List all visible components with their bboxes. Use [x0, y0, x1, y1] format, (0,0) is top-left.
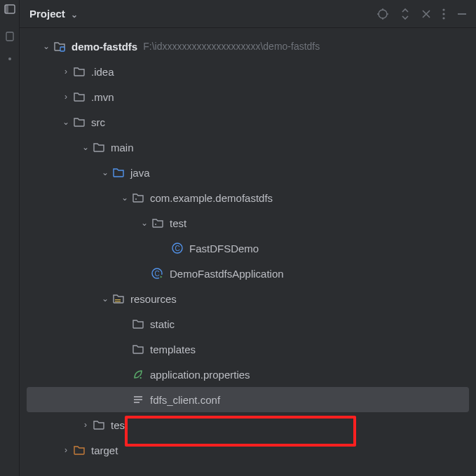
tree-node-class-app[interactable]: · C DemoFastdfsApplication	[20, 261, 476, 286]
node-label: com.example.demofastdfs	[150, 192, 273, 204]
tree-node-main[interactable]: ⌄ main	[20, 135, 476, 160]
minimize-icon[interactable]	[456, 8, 468, 20]
more-icon[interactable]	[442, 8, 445, 20]
node-label: templates	[150, 344, 196, 355]
tree-node-src[interactable]: ⌄ src	[20, 109, 476, 135]
module-folder-icon	[53, 41, 66, 52]
node-label: .idea	[91, 66, 114, 78]
class-runnable-icon: C	[151, 268, 164, 279]
svg-rect-23	[115, 299, 121, 300]
tree-node-resources[interactable]: ⌄ resources	[20, 286, 476, 311]
svg-point-16	[155, 224, 156, 225]
tree-node-test-dir[interactable]: › test	[20, 412, 476, 437]
tree-node-package[interactable]: ⌄ com.example.demofastdfs	[20, 185, 476, 210]
svg-point-3	[379, 10, 387, 18]
tree-node-fdfs-conf[interactable]: · fdfs_client.conf	[27, 387, 469, 412]
folder-icon	[93, 142, 105, 153]
node-label: fdfs_client.conf	[150, 394, 220, 406]
chevron-right-icon[interactable]: ›	[79, 420, 93, 430]
project-panel: Project ⌄ ⌄ demo-fastdfs F:\idxxxxxxxxxx…	[20, 0, 476, 476]
chevron-down-icon[interactable]: ⌄	[137, 218, 151, 228]
folder-icon	[73, 91, 86, 102]
node-label: resources	[130, 293, 177, 305]
folder-icon	[132, 344, 144, 355]
tree-node-static[interactable]: · static	[20, 311, 476, 336]
tree-node-templates[interactable]: · templates	[20, 336, 476, 362]
folder-icon	[132, 318, 144, 329]
node-label: main	[111, 142, 134, 154]
package-icon	[132, 192, 144, 203]
node-label: application.properties	[150, 369, 250, 381]
tree-node-root[interactable]: ⌄ demo-fastdfs F:\idxxxxxxxxxxxxxxxxxxxx…	[20, 34, 476, 59]
svg-text:C: C	[154, 270, 159, 278]
target-icon[interactable]	[376, 8, 389, 20]
panel-header: Project ⌄	[20, 0, 476, 28]
node-label: test	[170, 217, 186, 229]
chevron-down-icon[interactable]: ⌄	[98, 168, 112, 177]
folder-icon	[73, 66, 86, 77]
chevron-down-icon[interactable]: ⌄	[98, 294, 112, 304]
chevron-down-icon[interactable]: ⌄	[39, 41, 53, 51]
tree-node-app-properties[interactable]: · application.properties	[20, 362, 476, 387]
chevron-down-icon[interactable]: ⌄	[59, 117, 73, 127]
spring-config-icon	[132, 369, 144, 380]
chevron-down-icon[interactable]: ⌄	[118, 193, 132, 203]
tree-node-test-pkg[interactable]: ⌄ test	[20, 210, 476, 236]
tree[interactable]: ⌄ demo-fastdfs F:\idxxxxxxxxxxxxxxxxxxxx…	[20, 28, 476, 476]
svg-rect-14	[60, 47, 64, 51]
text-file-icon	[132, 394, 144, 405]
chevron-right-icon[interactable]: ›	[59, 67, 73, 76]
node-label: java	[130, 167, 150, 179]
node-label: demo-fastdfs	[72, 41, 137, 53]
node-label: static	[150, 318, 175, 330]
node-label: test	[111, 419, 128, 431]
gutter-separator-icon	[8, 57, 11, 60]
folder-icon	[73, 116, 86, 128]
close-icon[interactable]	[421, 9, 431, 19]
chevron-down-icon[interactable]: ⌄	[79, 142, 93, 152]
tree-node-class-fastdfsdemo[interactable]: · C FastDFSDemo	[20, 236, 476, 261]
svg-point-11	[442, 13, 444, 15]
node-path: F:\idxxxxxxxxxxxxxxxxxxxx\demo-fastdfs	[143, 41, 320, 52]
bookmark-icon[interactable]	[4, 31, 15, 42]
source-folder-icon	[112, 167, 125, 178]
package-icon	[151, 217, 164, 229]
svg-rect-24	[115, 301, 121, 302]
excluded-folder-icon	[73, 444, 86, 456]
chevron-right-icon[interactable]: ›	[59, 445, 73, 455]
node-label: DemoFastdfsApplication	[170, 268, 284, 280]
tree-node-mvn[interactable]: › .mvn	[20, 84, 476, 109]
svg-text:C: C	[175, 245, 179, 252]
folder-icon	[93, 419, 105, 430]
node-label: src	[91, 116, 105, 128]
resources-folder-icon	[112, 293, 125, 304]
panel-toggle-icon[interactable]	[4, 3, 16, 15]
tree-node-java[interactable]: ⌄ java	[20, 160, 476, 185]
chevron-down-icon: ⌄	[71, 10, 78, 20]
svg-point-10	[442, 8, 444, 11]
svg-point-12	[442, 17, 444, 19]
class-icon: C	[171, 243, 184, 254]
panel-title[interactable]: Project ⌄	[29, 8, 78, 20]
node-label: target	[91, 444, 118, 456]
svg-rect-1	[5, 5, 8, 13]
chevron-right-icon[interactable]: ›	[59, 92, 73, 102]
tool-window-gutter	[0, 0, 20, 476]
expand-collapse-icon[interactable]	[400, 8, 410, 20]
tree-node-target[interactable]: › target	[20, 437, 476, 463]
tree-node-idea[interactable]: › .idea	[20, 59, 476, 84]
node-label: FastDFSDemo	[189, 243, 259, 254]
panel-title-label: Project	[29, 8, 65, 20]
svg-point-15	[135, 198, 137, 200]
svg-rect-2	[6, 32, 13, 41]
node-label: .mvn	[91, 91, 114, 103]
